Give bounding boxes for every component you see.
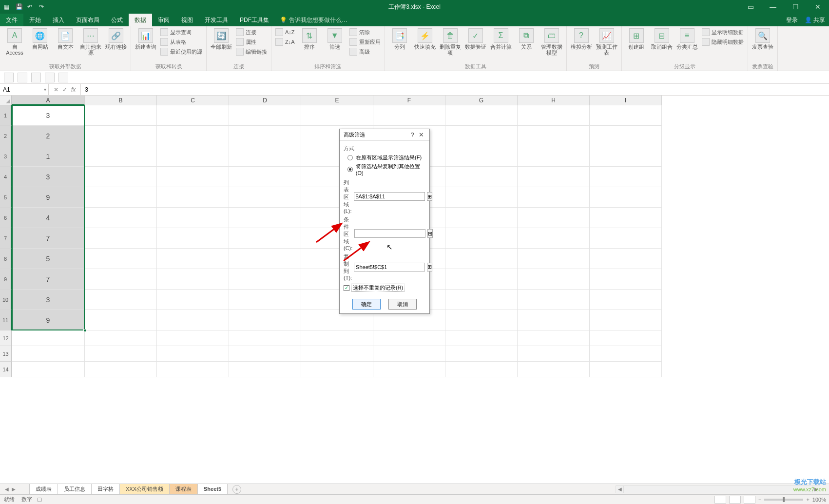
qa-btn-2[interactable]	[18, 73, 27, 82]
cell[interactable]	[445, 187, 518, 208]
cell[interactable]	[157, 105, 229, 126]
tab-layout[interactable]: 页面布局	[70, 14, 105, 26]
cell[interactable]	[85, 105, 157, 126]
zoom-level[interactable]: 100%	[812, 497, 826, 503]
minimize-icon[interactable]: —	[762, 0, 784, 14]
cell[interactable]	[229, 310, 301, 330]
close-icon[interactable]: ✕	[417, 131, 425, 138]
cell[interactable]	[157, 362, 229, 377]
btn-invoice[interactable]: 🔍发票查验	[752, 28, 773, 50]
cell[interactable]	[229, 269, 301, 290]
cell[interactable]	[445, 146, 518, 167]
cell[interactable]: 3	[12, 290, 85, 310]
cell[interactable]	[229, 208, 301, 228]
cell[interactable]	[590, 105, 662, 126]
cell[interactable]	[445, 228, 518, 249]
btn-text[interactable]: 📄自文本	[55, 28, 76, 50]
cell[interactable]	[445, 269, 518, 290]
help-icon[interactable]: ?	[408, 131, 417, 138]
cell[interactable]	[12, 330, 85, 346]
cell[interactable]: 9	[12, 310, 85, 330]
cell[interactable]	[518, 269, 590, 290]
cell[interactable]	[85, 310, 157, 330]
cell[interactable]	[229, 330, 301, 346]
cell[interactable]	[590, 167, 662, 187]
list-range-input[interactable]	[354, 192, 425, 201]
cell[interactable]: 7	[12, 269, 85, 290]
row-header[interactable]: 1	[0, 105, 12, 126]
cell[interactable]	[518, 310, 590, 330]
cell[interactable]	[229, 346, 301, 362]
qa-btn-1[interactable]	[4, 73, 14, 82]
criteria-range-input[interactable]	[354, 229, 425, 238]
cell[interactable]	[229, 228, 301, 249]
radio-copy-other[interactable]: 将筛选结果复制到其他位置(O)	[347, 163, 425, 176]
maximize-icon[interactable]: ☐	[784, 0, 807, 14]
btn-from-table[interactable]: 从表格	[160, 38, 202, 46]
btn-show-detail[interactable]: 显示明细数据	[702, 28, 744, 36]
cancel-button[interactable]: 取消	[388, 299, 417, 310]
tab-view[interactable]: 视图	[175, 14, 199, 26]
cell[interactable]	[157, 187, 229, 208]
cell[interactable]	[229, 126, 301, 146]
column-header[interactable]: C	[157, 96, 229, 105]
row-header[interactable]: 9	[0, 269, 12, 290]
chevron-down-icon[interactable]: ▾	[44, 87, 46, 92]
cell[interactable]	[229, 362, 301, 377]
btn-existing[interactable]: 🔗现有连接	[105, 28, 127, 50]
cell[interactable]	[12, 346, 85, 362]
sheet-tab[interactable]: 课程表	[170, 484, 198, 495]
btn-validation[interactable]: ✓数据验证	[465, 28, 486, 50]
cell[interactable]	[301, 105, 373, 126]
cell[interactable]	[157, 290, 229, 310]
zoom-in-icon[interactable]: +	[806, 497, 809, 503]
cell[interactable]	[590, 208, 662, 228]
cell[interactable]: 1	[12, 146, 85, 167]
cell[interactable]	[590, 126, 662, 146]
row-header[interactable]: 7	[0, 228, 12, 249]
cell[interactable]	[157, 310, 229, 330]
row-header[interactable]: 14	[0, 362, 12, 377]
cell[interactable]	[85, 167, 157, 187]
cell[interactable]	[445, 208, 518, 228]
cell[interactable]	[301, 362, 373, 377]
btn-show-query[interactable]: 显示查询	[160, 28, 202, 36]
column-header[interactable]: F	[373, 96, 445, 105]
cell[interactable]	[373, 362, 445, 377]
column-header[interactable]: E	[301, 96, 373, 105]
cell[interactable]	[518, 362, 590, 377]
cell[interactable]	[590, 228, 662, 249]
new-sheet-button[interactable]: +	[232, 485, 241, 494]
close-icon[interactable]: ✕	[807, 0, 829, 14]
column-header[interactable]: H	[518, 96, 590, 105]
btn-forecast[interactable]: 📈预测工作表	[596, 28, 617, 56]
ok-button[interactable]: 确定	[352, 299, 381, 310]
cell[interactable]: 2	[12, 126, 85, 146]
column-header[interactable]: A	[12, 96, 85, 105]
cell[interactable]	[518, 330, 590, 346]
sheet-tab[interactable]: 员工信息	[58, 484, 92, 495]
cell[interactable]	[445, 330, 518, 346]
copy-to-input[interactable]	[354, 263, 425, 271]
row-header[interactable]: 4	[0, 167, 12, 187]
undo-icon[interactable]: ↶	[27, 3, 34, 10]
cell[interactable]	[229, 290, 301, 310]
cell[interactable]	[445, 167, 518, 187]
redo-icon[interactable]: ↷	[39, 3, 46, 10]
enter-icon[interactable]: ✓	[62, 86, 67, 93]
btn-sort[interactable]: ⇅排序	[299, 28, 320, 50]
btn-data-model[interactable]: 🗃管理数据模型	[541, 28, 562, 56]
horizontal-scrollbar[interactable]: ◀▶	[616, 485, 820, 493]
range-picker-icon[interactable]: ⊞	[427, 263, 432, 271]
cell[interactable]	[229, 187, 301, 208]
btn-flash-fill[interactable]: ⚡快速填充	[414, 28, 436, 50]
cell[interactable]	[445, 310, 518, 330]
row-header[interactable]: 10	[0, 290, 12, 310]
cell[interactable]	[85, 330, 157, 346]
cell[interactable]	[590, 310, 662, 330]
row-header[interactable]: 11	[0, 310, 12, 330]
sheet-nav[interactable]: ◀▶	[0, 486, 29, 492]
cancel-icon[interactable]: ✕	[54, 86, 58, 93]
cell[interactable]	[301, 330, 373, 346]
range-picker-icon[interactable]: ⊞	[427, 192, 432, 201]
